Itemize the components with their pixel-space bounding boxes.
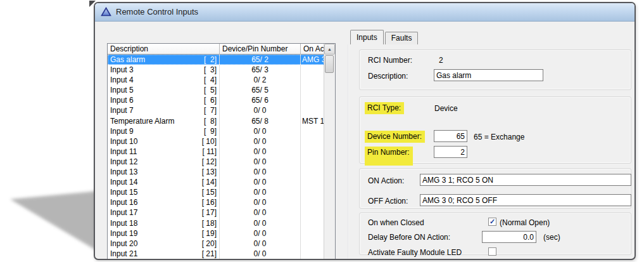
device-number-hint: 65 = Exchange — [474, 133, 524, 141]
row-description: Input 19 — [110, 228, 137, 239]
list-row[interactable]: Input 19[ 19]0/ 0 — [108, 228, 324, 239]
list-row[interactable]: Input 18[ 18]0/ 0 — [108, 218, 324, 228]
row-index: [ 15] — [202, 187, 219, 197]
row-index: [ 13] — [202, 167, 219, 177]
list-row[interactable]: Input 21[ 21]0/ 0 — [108, 249, 324, 259]
list-row[interactable]: Temperature Alarm[ 8]65/ 8MST 1 — [108, 116, 324, 126]
list-row[interactable]: Gas alarm[ 2]65/ 2AMG 3 — [108, 55, 324, 65]
window-title: Remote Control Inputs — [116, 3, 198, 21]
row-device-pin: 0/ 0 — [220, 167, 301, 177]
tab-pane-edge — [348, 44, 349, 259]
page-shadow — [0, 184, 104, 262]
row-device-pin: 0/ 2 — [220, 75, 301, 85]
row-on-action — [301, 187, 324, 197]
row-description: Input 15 — [110, 187, 137, 197]
list-row[interactable]: Input 6[ 6]65/ 6 — [108, 95, 324, 105]
list-row[interactable]: Input 11[ 11]0/ 0 — [108, 147, 324, 157]
pin-number-label: Pin Number: — [365, 147, 413, 166]
list-row[interactable]: Input 5[ 5]65/ 5 — [108, 85, 324, 95]
row-index: [ 12] — [202, 157, 219, 167]
row-on-action — [301, 218, 324, 228]
delay-input[interactable] — [482, 231, 536, 243]
list-row[interactable]: Input 12[ 12]0/ 0 — [108, 157, 324, 167]
list-row[interactable]: Input 9[ 9]0/ 0 — [108, 126, 324, 136]
device-number-label: Device Number: — [365, 131, 425, 143]
list-row[interactable]: Input 14[ 14]0/ 0 — [108, 177, 324, 187]
row-device-pin: 0/ 0 — [220, 187, 301, 197]
row-index: [ 21] — [202, 249, 219, 259]
pin-number-input[interactable] — [434, 146, 467, 158]
row-on-action — [301, 147, 324, 157]
row-index: [ 11] — [203, 147, 219, 157]
rci-type-value: Device — [434, 104, 458, 113]
row-device-pin: 0/ 0 — [220, 157, 301, 167]
row-device-pin: 0/ 0 — [220, 249, 301, 259]
row-description: Input 10 — [110, 136, 137, 147]
tab-inputs[interactable]: Inputs — [350, 30, 384, 44]
row-description: Input 14 — [110, 177, 137, 187]
list-header: Description Device/Pin Number On Ac — [108, 44, 324, 55]
on-action-label: ON Action: — [368, 176, 404, 185]
row-device-pin: 0/ 0 — [220, 218, 301, 228]
list-row[interactable]: Input 15[ 15]0/ 0 — [108, 187, 324, 197]
normal-open-label: (Normal Open) — [500, 218, 550, 227]
row-on-action — [301, 136, 324, 147]
list-row[interactable]: Input 13[ 13]0/ 0 — [108, 167, 324, 177]
faulty-led-label: Activate Faulty Module LED — [368, 248, 462, 257]
row-on-action — [301, 197, 324, 207]
rci-list: Description Device/Pin Number On Ac Gas … — [107, 43, 336, 260]
row-on-action — [301, 249, 324, 259]
row-description: Input 3 — [110, 65, 134, 75]
row-device-pin: 0/ 0 — [220, 207, 301, 218]
off-action-input[interactable] — [420, 194, 631, 206]
row-index: [ 10] — [202, 136, 219, 147]
column-header-on-action[interactable]: On Ac — [301, 44, 324, 55]
list-rows: Gas alarm[ 2]65/ 2AMG 3Input 3[ 3]65/ 3I… — [108, 55, 324, 259]
row-description: Gas alarm — [110, 55, 145, 65]
column-header-description[interactable]: Description — [108, 44, 220, 55]
row-device-pin: 65/ 2 — [220, 55, 301, 65]
row-device-pin: 65/ 6 — [220, 95, 301, 105]
on-when-closed-label: On when Closed — [368, 218, 424, 227]
row-on-action — [301, 167, 324, 177]
list-row[interactable]: Input 17[ 17]0/ 0 — [108, 207, 324, 218]
on-when-closed-checkbox[interactable]: ✓ — [488, 218, 496, 226]
delay-unit-label: (sec) — [543, 233, 560, 242]
row-description: Input 16 — [110, 197, 137, 207]
column-header-device-pin[interactable]: Device/Pin Number — [220, 44, 301, 55]
row-index: [ 2] — [204, 55, 219, 65]
scrollbar-thumb[interactable] — [325, 55, 334, 73]
screenshot-canvas: Remote Control Inputs Description Device… — [0, 0, 644, 262]
row-description: Input 6 — [110, 95, 134, 105]
row-on-action — [301, 239, 324, 249]
vertical-scrollbar[interactable]: ▲ — [324, 44, 335, 260]
row-on-action — [301, 75, 324, 85]
row-on-action — [301, 228, 324, 239]
scroll-up-button[interactable]: ▲ — [324, 44, 335, 55]
tab-faults[interactable]: Faults — [385, 32, 419, 44]
row-device-pin: 0/ 0 — [220, 197, 301, 207]
options-group: On when Closed ✓ (Normal Open) Delay Bef… — [359, 213, 631, 255]
description-input[interactable] — [434, 69, 543, 81]
list-row[interactable]: Input 16[ 16]0/ 0 — [108, 197, 324, 207]
list-row[interactable]: Input 4[ 4]0/ 2 — [108, 75, 324, 85]
list-row[interactable]: Input 10[ 10]0/ 0 — [108, 136, 324, 147]
list-row[interactable]: Input 20[ 20]0/ 0 — [108, 239, 324, 249]
row-description: Input 7 — [110, 105, 134, 115]
faulty-led-checkbox[interactable] — [488, 247, 496, 256]
title-bar[interactable]: Remote Control Inputs — [95, 3, 635, 22]
device-number-input[interactable] — [434, 130, 467, 142]
on-action-input[interactable] — [420, 174, 631, 186]
list-row[interactable]: Input 7[ 7]0/ 0 — [108, 105, 324, 115]
row-device-pin: 65/ 5 — [220, 85, 301, 95]
row-device-pin: 0/ 0 — [220, 239, 301, 249]
list-row[interactable]: Input 3[ 3]65/ 3 — [108, 65, 324, 75]
row-index: [ 6] — [204, 95, 219, 105]
row-index: [ 14] — [202, 177, 219, 187]
rci-number-value: 2 — [439, 56, 443, 65]
row-device-pin: 0/ 0 — [220, 228, 301, 239]
row-description: Input 17 — [110, 207, 137, 218]
row-description: Input 12 — [110, 157, 137, 167]
row-device-pin: 0/ 0 — [220, 147, 301, 157]
app-triangle-icon — [101, 7, 111, 17]
